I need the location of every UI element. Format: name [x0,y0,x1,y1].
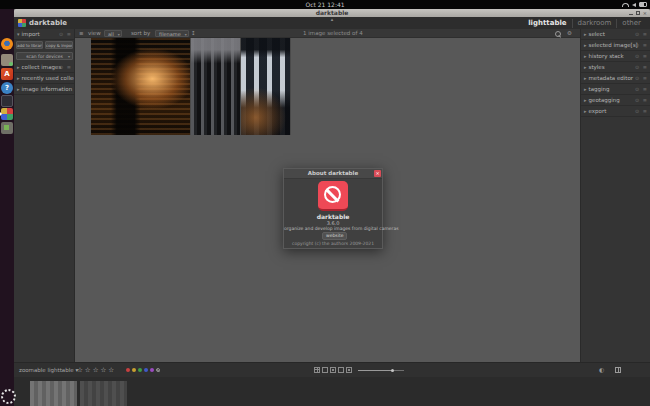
collapsed-arrow-icon: ▸ [17,75,20,81]
dialog-app-name: darktable [284,213,382,220]
sort-dropdown[interactable]: filename [155,30,189,37]
preview-layout-icon[interactable] [346,367,352,373]
module-preset-icons[interactable]: ⊙ ≡ [59,29,72,39]
gear-icon[interactable]: ⚙ [567,29,572,38]
copy-import-button[interactable]: copy & import [45,41,73,49]
device-row: scan for devices▾ [14,51,74,62]
layout-dropdown[interactable]: zoomable lighttable ▾ [19,363,78,377]
timeline-panel[interactable] [14,377,650,406]
dialog-copyright: copyright (c) the authors 2009-2021 [284,241,382,246]
color-label-green[interactable] [138,368,142,372]
dialog-description: organize and develop images from digital… [284,226,382,231]
filemanager-layout-icon[interactable] [314,367,320,373]
window-controls: × [629,11,647,15]
dialog-title[interactable]: About darktable [284,169,382,179]
website-link[interactable]: website [322,232,347,240]
module-select[interactable]: ▸select⊙ ≡ [581,29,650,40]
timeline-bar[interactable] [30,381,77,406]
layout-mode-icons [314,367,352,373]
grid-overlay-icon[interactable] [615,367,621,373]
system-top-bar: Oct 21 12:41 [0,0,650,9]
text-editor-icon[interactable]: A [1,68,13,80]
sort-direction-icon[interactable]: ↕ [191,29,196,38]
view-lighttable[interactable]: lighttable [523,19,571,28]
culling-dynamic-layout-icon[interactable] [338,367,344,373]
color-label-red[interactable] [126,368,130,372]
star-rating-filter[interactable]: ☆☆☆☆☆ [77,363,116,377]
about-dialog: About darktable × darktable 3.6.0 organi… [283,168,383,249]
bottom-toolbar: zoomable lighttable ▾ ☆☆☆☆☆ ◐ [14,362,650,377]
darktable-icon[interactable] [1,108,13,120]
app-header: darktable ▴ lighttable darkroom other [14,17,650,29]
module-import[interactable]: ▾import ⊙ ≡ [14,29,74,40]
module-preset-icons[interactable]: ⊙ ≡ [59,62,72,72]
color-label-buttons [126,368,160,372]
collapsed-arrow-icon: ▸ [17,64,20,70]
color-label-blue[interactable] [144,368,148,372]
close-button[interactable]: × [643,11,647,15]
screenshot-tool-icon[interactable] [1,122,13,134]
minimize-button[interactable] [629,14,633,15]
launcher: A ? [0,9,14,406]
system-tray[interactable] [622,2,647,7]
color-label-clear-icon[interactable] [156,368,160,372]
view-other[interactable]: other [616,19,646,28]
photo-thumbnail-2[interactable] [191,38,241,135]
culling-fixed-layout-icon[interactable] [330,367,336,373]
darktable-logo-icon [18,19,26,27]
terminal-icon[interactable] [1,95,13,107]
photo-thumbnail-1[interactable] [91,38,191,135]
file-manager-icon[interactable] [1,54,13,66]
lighttable-toolbar: ≡ view all sort by filename ↕ 1 image se… [75,29,580,38]
sort-label: sort by [131,29,150,38]
clock: Oct 21 12:41 [0,1,650,8]
search-icon[interactable] [555,31,561,37]
view-switcher: lighttable darkroom other [523,19,646,28]
module-export[interactable]: ▸export⊙ ≡ [581,106,650,117]
maximize-button[interactable] [636,11,640,15]
help-icon[interactable]: ? [1,82,13,94]
app-title: darktable [29,19,67,27]
view-filter-label: view [88,29,101,38]
module-tagging[interactable]: ▸tagging⊙ ≡ [581,84,650,95]
module-selected-images[interactable]: ▸selected image[s]⊙ ≡ [581,40,650,51]
darktable-window: darktable × darktable ▴ lighttable darkr… [14,9,650,406]
spinner-icon[interactable] [1,389,16,404]
expand-arrow-icon[interactable]: ▾ [17,31,20,37]
scan-devices-button[interactable]: scan for devices▾ [16,52,73,60]
module-metadata-editor[interactable]: ▸metadata editor⊙ ≡ [581,73,650,84]
battery-icon[interactable] [639,2,647,7]
view-filter-dropdown[interactable]: all [104,30,122,37]
zoomable-layout-icon[interactable] [322,367,328,373]
collapsed-arrow-icon: ▸ [17,86,20,92]
module-recent-collections[interactable]: ▸recently used collections [14,73,74,84]
module-geotagging[interactable]: ▸geotagging⊙ ≡ [581,95,650,106]
selection-status: 1 image selected of 4 [303,29,363,38]
firefox-icon[interactable] [1,38,13,50]
view-darkroom[interactable]: darkroom [572,19,617,28]
module-image-information[interactable]: ▸image information [14,84,74,95]
prohibition-app-icon [318,181,348,211]
thumbnail-zoom-slider[interactable] [358,370,404,371]
filter-icon[interactable]: ≡ [79,29,84,38]
add-to-library-button[interactable]: add to library [16,41,43,49]
left-panel: ▾import ⊙ ≡ add to library copy & import… [14,29,75,362]
right-panel: ▸select⊙ ≡ ▸selected image[s]⊙ ≡ ▸histor… [580,29,650,362]
photo-thumbnail-3[interactable] [241,38,291,135]
color-label-purple[interactable] [150,368,154,372]
display-profile-icon[interactable]: ◐ [599,363,607,377]
volume-icon[interactable] [632,3,636,7]
panel-collapse-arrow-icon[interactable]: ▴ [326,16,338,22]
module-collect-images[interactable]: ▸collect images ⊙ ≡ [14,62,74,73]
wifi-icon[interactable] [622,3,629,7]
timeline-bar[interactable] [80,381,127,406]
chevron-down-icon: ▾ [68,53,70,61]
module-styles[interactable]: ▸styles⊙ ≡ [581,62,650,73]
import-buttons: add to library copy & import [14,40,74,51]
dialog-close-button[interactable]: × [374,170,381,177]
module-history-stack[interactable]: ▸history stack⊙ ≡ [581,51,650,62]
color-label-yellow[interactable] [132,368,136,372]
